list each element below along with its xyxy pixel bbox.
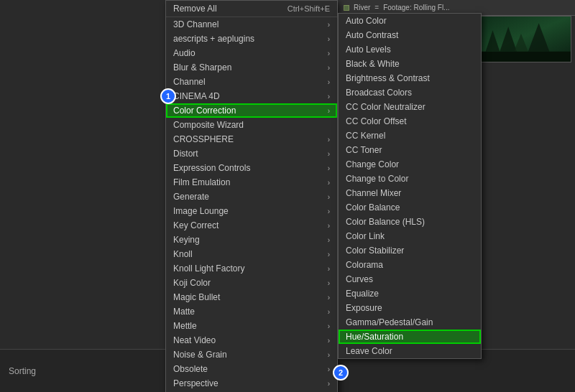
primary-menu-item[interactable]: CROSSPHERE› <box>166 132 337 146</box>
primary-menu-item[interactable]: Blur & Sharpen› <box>166 60 337 75</box>
primary-menu-item[interactable]: Audio› <box>166 46 337 60</box>
submenu-arrow-icon: › <box>328 64 330 72</box>
menu-header[interactable]: Remove All Ctrl+Shift+E <box>166 1 337 17</box>
secondary-menu-item[interactable]: Change to Color <box>339 172 481 186</box>
secondary-menu-item[interactable]: Channel Mixer <box>339 186 481 200</box>
primary-menu-item[interactable]: Matte› <box>166 304 337 319</box>
primary-menu-item[interactable]: Key Correct› <box>166 218 337 233</box>
menu-item-label: CINEMA 4D <box>173 91 220 101</box>
menu-item-label: Color Stabilizer <box>346 246 404 256</box>
secondary-context-menu: Auto ColorAuto ContrastAuto LevelsBlack … <box>338 13 482 359</box>
submenu-arrow-icon: › <box>328 322 330 330</box>
menu-item-label: Matte <box>173 307 195 317</box>
secondary-menu-item[interactable]: Exposure <box>339 301 481 315</box>
secondary-menu-item[interactable]: Gamma/Pedestal/Gain <box>339 315 481 330</box>
submenu-arrow-icon: › <box>328 337 330 345</box>
menu-item-label: Color Balance (HLS) <box>346 217 425 227</box>
submenu-arrow-icon: › <box>328 136 330 144</box>
submenu-arrow-icon: › <box>328 21 330 29</box>
secondary-menu-item[interactable]: Color Balance <box>339 200 481 215</box>
primary-menu-item[interactable]: Composite Wizard <box>166 118 337 132</box>
header-dot <box>344 5 349 11</box>
menu-item-label: CC Color Offset <box>346 116 406 126</box>
secondary-menu-item[interactable]: Color Balance (HLS) <box>339 215 481 229</box>
primary-menu-item[interactable]: CINEMA 4D› <box>166 89 337 103</box>
secondary-menu-item[interactable]: CC Toner <box>339 143 481 157</box>
menu-item-label: Brightness & Contrast <box>346 73 430 83</box>
submenu-arrow-icon: › <box>328 35 330 43</box>
secondary-menu-item[interactable]: CC Color Offset <box>339 114 481 129</box>
menu-item-label: Perspective <box>173 378 218 388</box>
primary-menu-item[interactable]: Distort› <box>166 146 337 161</box>
menu-item-label: Change Color <box>346 159 399 169</box>
menu-item-label: Equalize <box>346 289 379 299</box>
secondary-menu-item[interactable]: Change Color <box>339 157 481 172</box>
primary-menu-item[interactable]: Generate› <box>166 190 337 204</box>
menu-item-label: Exposure <box>346 303 382 313</box>
primary-menu-item[interactable]: Koji Color› <box>166 276 337 290</box>
submenu-arrow-icon: › <box>328 236 330 244</box>
secondary-menu-item[interactable]: Brightness & Contrast <box>339 71 481 85</box>
secondary-menu-item[interactable]: Colorama <box>339 258 481 272</box>
secondary-menu-item[interactable]: Auto Levels <box>339 42 481 57</box>
submenu-arrow-icon: › <box>328 294 330 302</box>
primary-menu-item[interactable]: Magic Bullet› <box>166 290 337 304</box>
menu-item-label: Audio <box>173 48 196 58</box>
submenu-arrow-icon: › <box>328 193 330 201</box>
secondary-menu-item[interactable]: Auto Color <box>339 14 481 28</box>
menu-item-label: Generate <box>173 192 209 202</box>
menu-item-label: Film Emulation <box>173 177 230 187</box>
primary-context-menu: Remove All Ctrl+Shift+E 3D Channel›aescr… <box>165 0 338 392</box>
primary-menu-item[interactable]: Keying› <box>166 233 337 247</box>
secondary-menu-item[interactable]: Color Link <box>339 229 481 243</box>
secondary-menu-item[interactable]: Broadcast Colors <box>339 85 481 100</box>
primary-menu-item[interactable]: Knoll› <box>166 247 337 261</box>
primary-menu-item[interactable]: Color Correction› <box>166 103 337 118</box>
menu-item-label: Koji Color <box>173 278 211 288</box>
submenu-arrow-icon: › <box>328 164 330 172</box>
menu-item-label: Colorama <box>346 260 383 270</box>
primary-menu-item[interactable]: Expression Controls› <box>166 161 337 175</box>
secondary-menu-item[interactable]: Auto Contrast <box>339 28 481 42</box>
menu-item-label: Composite Wizard <box>173 120 244 130</box>
secondary-menu-item[interactable]: Curves <box>339 272 481 286</box>
menu-item-label: Gamma/Pedestal/Gain <box>346 317 433 327</box>
menu-item-label: Obsolete <box>173 364 208 374</box>
primary-menu-item[interactable]: Neat Video› <box>166 333 337 347</box>
primary-menu-item[interactable]: Perspective› <box>166 376 337 391</box>
secondary-menu-item[interactable]: CC Color Neutralizer <box>339 100 481 114</box>
secondary-menu-item[interactable]: Equalize <box>339 286 481 301</box>
secondary-menu-item[interactable]: CC Kernel <box>339 129 481 143</box>
primary-menu-item[interactable]: 3D Channel› <box>166 17 337 32</box>
menu-item-label: Knoll Light Factory <box>173 263 244 274</box>
submenu-arrow-icon: › <box>328 380 330 388</box>
submenu-arrow-icon: › <box>328 222 330 230</box>
primary-menu-item[interactable]: Mettle› <box>166 319 337 333</box>
primary-menu-item[interactable]: Channel› <box>166 75 337 89</box>
menu-item-label: Black & White <box>346 59 400 69</box>
menu-item-label: 3D Channel <box>173 19 218 29</box>
secondary-menu-item[interactable]: Leave Color <box>339 344 481 358</box>
menu-item-label: Knoll <box>173 249 193 259</box>
secondary-menu-item[interactable]: Black & White <box>339 57 481 71</box>
primary-menu-item[interactable]: Obsolete› <box>166 362 337 376</box>
menu-item-label: Color Link <box>346 231 385 241</box>
secondary-menu-item[interactable]: Hue/Saturation <box>339 330 481 344</box>
submenu-arrow-icon: › <box>328 265 330 273</box>
primary-menu-item[interactable]: Knoll Light Factory› <box>166 261 337 276</box>
submenu-arrow-icon: › <box>328 179 330 187</box>
primary-menu-item[interactable]: Image Lounge› <box>166 204 337 218</box>
menu-item-label: Keying <box>173 235 200 245</box>
primary-menu-item[interactable]: aescripts + aeplugins› <box>166 32 337 46</box>
submenu-arrow-icon: › <box>328 251 330 258</box>
submenu-arrow-icon: › <box>328 308 330 316</box>
remove-all-shortcut: Ctrl+Shift+E <box>288 4 330 13</box>
header-sep: = <box>374 4 379 11</box>
submenu-arrow-icon: › <box>328 50 330 57</box>
menu-item-label: Channel <box>173 77 206 87</box>
secondary-menu-item[interactable]: Color Stabilizer <box>339 243 481 258</box>
menu-item-label: Image Lounge <box>173 206 229 216</box>
primary-menu-item[interactable]: Noise & Grain› <box>166 347 337 362</box>
primary-menu-item[interactable]: Film Emulation› <box>166 175 337 190</box>
secondary-menu-items: Auto ColorAuto ContrastAuto LevelsBlack … <box>339 14 481 358</box>
